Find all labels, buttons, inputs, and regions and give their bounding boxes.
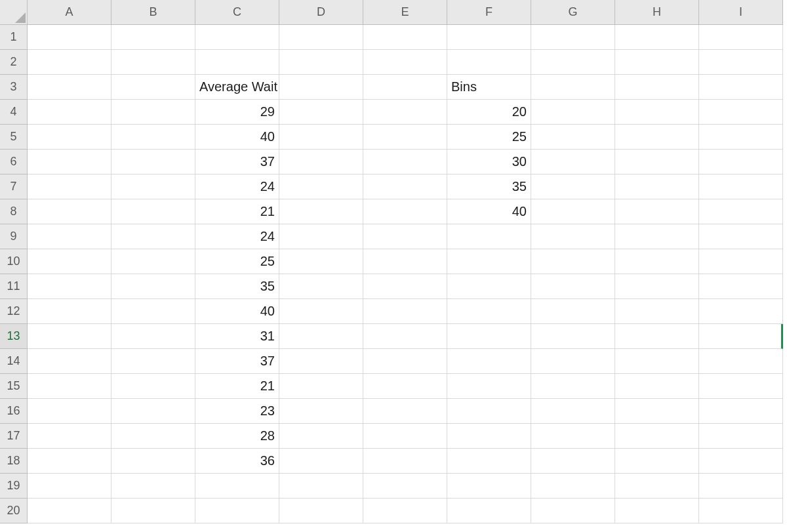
cell-A17[interactable] — [28, 424, 111, 449]
cell-F10[interactable] — [447, 249, 531, 274]
cell-G7[interactable] — [531, 174, 615, 199]
row-header-15[interactable]: 15 — [0, 374, 28, 399]
cell-C19[interactable] — [195, 474, 279, 499]
cell-H9[interactable] — [615, 224, 699, 249]
cell-A3[interactable] — [28, 75, 111, 100]
cell-E18[interactable] — [363, 449, 447, 474]
cell-G13[interactable] — [531, 324, 615, 349]
cell-C14[interactable]: 37 — [195, 349, 279, 374]
cell-B3[interactable] — [111, 75, 195, 100]
cell-G12[interactable] — [531, 299, 615, 324]
column-header-A[interactable]: A — [28, 0, 111, 25]
cell-C9[interactable]: 24 — [195, 224, 279, 249]
cell-B12[interactable] — [111, 299, 195, 324]
cell-E1[interactable] — [363, 25, 447, 50]
cell-B10[interactable] — [111, 249, 195, 274]
spreadsheet-grid[interactable]: ABCDEFGHI123Average Wait TimeBins4292054… — [0, 0, 787, 523]
cell-F12[interactable] — [447, 299, 531, 324]
cell-E11[interactable] — [363, 274, 447, 299]
cell-H19[interactable] — [615, 474, 699, 499]
cell-E14[interactable] — [363, 349, 447, 374]
row-header-18[interactable]: 18 — [0, 449, 28, 474]
cell-A13[interactable] — [28, 324, 111, 349]
cell-C18[interactable]: 36 — [195, 449, 279, 474]
cell-B8[interactable] — [111, 199, 195, 224]
cell-E7[interactable] — [363, 174, 447, 199]
cell-E4[interactable] — [363, 100, 447, 125]
cell-G15[interactable] — [531, 374, 615, 399]
cell-C15[interactable]: 21 — [195, 374, 279, 399]
row-header-3[interactable]: 3 — [0, 75, 28, 100]
cell-E5[interactable] — [363, 125, 447, 150]
cell-C12[interactable]: 40 — [195, 299, 279, 324]
cell-H2[interactable] — [615, 50, 699, 75]
cell-B11[interactable] — [111, 274, 195, 299]
cell-E20[interactable] — [363, 499, 447, 523]
cell-B1[interactable] — [111, 25, 195, 50]
cell-I17[interactable] — [699, 424, 783, 449]
cell-F16[interactable] — [447, 399, 531, 424]
cell-A14[interactable] — [28, 349, 111, 374]
cell-C6[interactable]: 37 — [195, 150, 279, 174]
cell-C1[interactable] — [195, 25, 279, 50]
cell-E16[interactable] — [363, 399, 447, 424]
cell-B16[interactable] — [111, 399, 195, 424]
cell-B18[interactable] — [111, 449, 195, 474]
cell-A19[interactable] — [28, 474, 111, 499]
cell-B7[interactable] — [111, 174, 195, 199]
cell-A10[interactable] — [28, 249, 111, 274]
cell-B4[interactable] — [111, 100, 195, 125]
cell-F5[interactable]: 25 — [447, 125, 531, 150]
row-header-20[interactable]: 20 — [0, 499, 28, 523]
cell-B13[interactable] — [111, 324, 195, 349]
cell-I18[interactable] — [699, 449, 783, 474]
cell-H13[interactable] — [615, 324, 699, 349]
cell-A8[interactable] — [28, 199, 111, 224]
cell-C7[interactable]: 24 — [195, 174, 279, 199]
cell-E10[interactable] — [363, 249, 447, 274]
cell-C5[interactable]: 40 — [195, 125, 279, 150]
cell-C8[interactable]: 21 — [195, 199, 279, 224]
row-header-16[interactable]: 16 — [0, 399, 28, 424]
cell-G8[interactable] — [531, 199, 615, 224]
cell-A7[interactable] — [28, 174, 111, 199]
cell-C2[interactable] — [195, 50, 279, 75]
cell-H18[interactable] — [615, 449, 699, 474]
cell-A2[interactable] — [28, 50, 111, 75]
cell-I20[interactable] — [699, 499, 783, 523]
cell-A16[interactable] — [28, 399, 111, 424]
cell-I3[interactable] — [699, 75, 783, 100]
cell-F13[interactable] — [447, 324, 531, 349]
cell-H14[interactable] — [615, 349, 699, 374]
cell-H15[interactable] — [615, 374, 699, 399]
row-header-13[interactable]: 13 — [0, 324, 28, 349]
cell-I19[interactable] — [699, 474, 783, 499]
cell-E3[interactable] — [363, 75, 447, 100]
cell-G10[interactable] — [531, 249, 615, 274]
cell-F14[interactable] — [447, 349, 531, 374]
cell-H7[interactable] — [615, 174, 699, 199]
cell-E2[interactable] — [363, 50, 447, 75]
cell-D16[interactable] — [279, 399, 363, 424]
cell-B15[interactable] — [111, 374, 195, 399]
cell-C17[interactable]: 28 — [195, 424, 279, 449]
cell-I10[interactable] — [699, 249, 783, 274]
row-header-9[interactable]: 9 — [0, 224, 28, 249]
column-header-I[interactable]: I — [699, 0, 783, 25]
cell-D1[interactable] — [279, 25, 363, 50]
column-header-E[interactable]: E — [363, 0, 447, 25]
cell-H16[interactable] — [615, 399, 699, 424]
cell-F8[interactable]: 40 — [447, 199, 531, 224]
column-header-F[interactable]: F — [447, 0, 531, 25]
cell-G16[interactable] — [531, 399, 615, 424]
cell-H1[interactable] — [615, 25, 699, 50]
cell-G9[interactable] — [531, 224, 615, 249]
cell-C20[interactable] — [195, 499, 279, 523]
row-header-14[interactable]: 14 — [0, 349, 28, 374]
cell-A4[interactable] — [28, 100, 111, 125]
cell-H6[interactable] — [615, 150, 699, 174]
cell-H3[interactable] — [615, 75, 699, 100]
cell-G4[interactable] — [531, 100, 615, 125]
cell-G20[interactable] — [531, 499, 615, 523]
cell-E9[interactable] — [363, 224, 447, 249]
